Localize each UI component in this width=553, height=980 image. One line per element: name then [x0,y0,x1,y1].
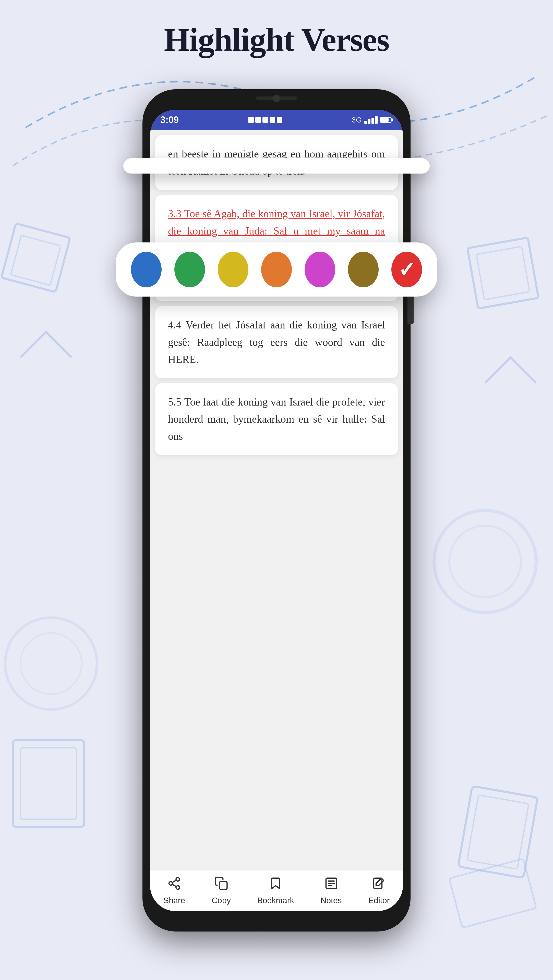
status-time: 3:09 [160,115,179,125]
phone-camera [273,95,280,102]
svg-rect-0 [1,223,70,292]
svg-rect-2 [467,238,539,309]
color-magenta[interactable] [304,251,335,287]
svg-rect-10 [458,786,538,878]
wifi-signal [248,117,282,123]
toolbar-notes[interactable]: Notes [320,877,342,905]
battery-icon [380,117,393,123]
color-yellow[interactable] [218,251,249,287]
copy-icon [214,877,228,894]
svg-rect-9 [21,748,76,819]
color-picker-overlay: ✓ [116,242,437,297]
status-bar: 3:09 3G [150,110,403,130]
status-icons: 3G [352,116,393,124]
svg-point-6 [5,617,97,710]
checkmark-icon: ✓ [398,258,415,282]
signal-strength [364,116,378,124]
phone-frame: 3:09 3G [142,89,411,932]
verse-text-4: 5.5 Toe laat die koning van Israel die p… [168,393,385,445]
svg-line-16 [172,884,177,886]
toolbar-editor[interactable]: Editor [368,877,390,905]
phone-side-button [408,293,414,324]
svg-point-7 [21,633,82,694]
bottom-toolbar: Share Copy [150,870,403,911]
verse-card-3: 4.4 Verder het Jósafat aan die koning va… [155,306,398,378]
toolbar-editor-label: Editor [368,896,390,905]
phone-screen: 3:09 3G [150,110,403,911]
toolbar-notes-label: Notes [320,896,342,905]
svg-line-17 [172,880,177,883]
color-orange[interactable] [261,251,292,287]
color-picker [123,158,430,173]
svg-rect-12 [449,859,536,928]
toolbar-bookmark-label: Bookmark [257,896,294,905]
verse-card-4: 5.5 Toe laat die koning van Israel die p… [155,383,398,455]
svg-rect-1 [11,235,61,285]
svg-rect-3 [477,247,530,300]
network-type: 3G [352,116,362,124]
color-red-selected[interactable]: ✓ [391,251,422,287]
editor-icon [372,877,386,894]
svg-rect-18 [219,882,227,889]
toolbar-copy[interactable]: Copy [212,877,231,905]
toolbar-share[interactable]: Share [163,877,185,905]
toolbar-share-label: Share [163,896,185,905]
phone-body: 3:09 3G [142,89,411,932]
share-icon [167,877,181,894]
content-area: en beeste in menigte gesag en hom aangeh… [150,130,403,870]
toolbar-copy-label: Copy [212,896,231,905]
page-title: Highlight Verses [0,21,553,59]
bookmark-icon [269,877,283,894]
svg-point-5 [449,526,521,597]
verse-text-3: 4.4 Verder het Jósafat aan die koning va… [168,317,385,368]
color-green[interactable] [174,251,205,287]
notes-icon [324,877,338,894]
svg-rect-11 [467,795,529,869]
color-blue[interactable] [131,251,162,287]
svg-rect-8 [13,740,84,827]
color-brown[interactable] [348,251,379,287]
svg-point-4 [434,511,536,612]
toolbar-bookmark[interactable]: Bookmark [257,877,294,905]
